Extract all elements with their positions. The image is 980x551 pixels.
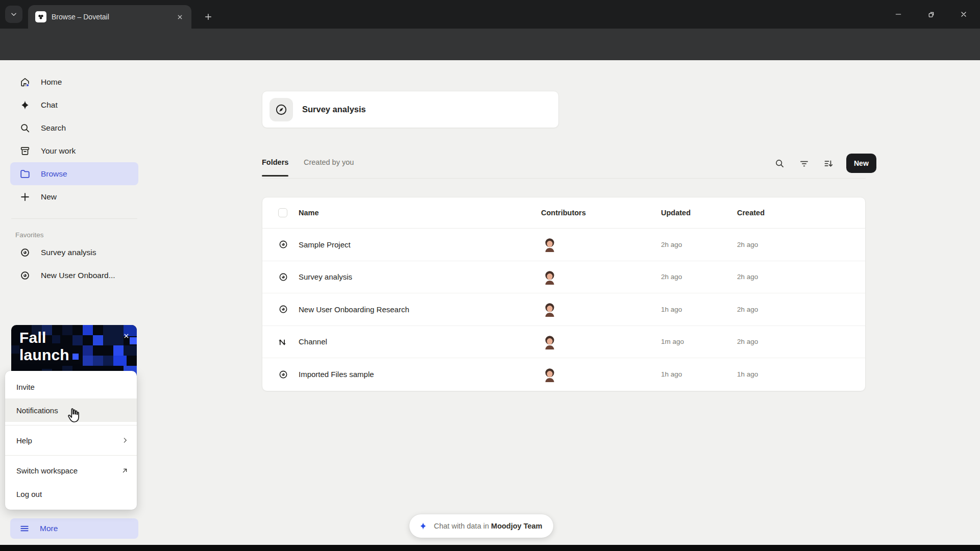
contributor-cell bbox=[534, 367, 654, 382]
select-all-checkbox[interactable] bbox=[278, 208, 287, 217]
chevron-right-icon bbox=[121, 437, 129, 444]
sidebar-item-new[interactable]: New bbox=[10, 185, 138, 208]
folders-table: Name Contributors Updated Created Sample… bbox=[262, 197, 866, 391]
row-name[interactable]: Channel bbox=[295, 337, 534, 346]
table-row[interactable]: Channel 1m ago 2h ago bbox=[262, 326, 865, 359]
plus-icon bbox=[19, 191, 31, 203]
workspace-name: Moodjoy Team bbox=[491, 522, 542, 530]
more-button[interactable]: More bbox=[10, 518, 138, 539]
chat-with-data-button[interactable]: Chat with data in Moodjoy Team bbox=[409, 514, 553, 538]
contributor-cell bbox=[534, 302, 654, 317]
table-row[interactable]: Survey analysis 2h ago 2h ago bbox=[262, 261, 865, 294]
minimize-button[interactable] bbox=[882, 0, 915, 29]
archive-box-icon bbox=[19, 145, 31, 157]
row-name[interactable]: New User Onboarding Research bbox=[295, 305, 534, 314]
bottom-edge-strip bbox=[0, 545, 980, 551]
tab-title: Browse – Dovetail bbox=[52, 13, 170, 21]
favorites-heading: Favorites bbox=[15, 231, 138, 239]
favorite-item-label: Survey analysis bbox=[41, 248, 96, 257]
arrow-up-right-icon bbox=[121, 467, 129, 474]
menu-item-label: Help bbox=[16, 436, 32, 445]
tab-close-icon[interactable] bbox=[175, 12, 184, 21]
channel-icon bbox=[278, 337, 288, 347]
menu-item-label: Notifications bbox=[16, 406, 58, 415]
sort-icon[interactable] bbox=[820, 155, 837, 172]
row-name[interactable]: Imported Files sample bbox=[295, 370, 534, 379]
row-name[interactable]: Survey analysis bbox=[295, 272, 534, 281]
tab-folders[interactable]: Folders bbox=[262, 158, 288, 166]
table-row[interactable]: Imported Files sample 1h ago 1h ago bbox=[262, 358, 865, 391]
updated-cell: 1h ago bbox=[654, 370, 730, 378]
sidebar-divider bbox=[11, 218, 137, 219]
compass-icon bbox=[270, 98, 293, 121]
filter-icon[interactable] bbox=[795, 155, 813, 172]
contributor-cell bbox=[534, 269, 654, 285]
updated-cell: 1m ago bbox=[654, 338, 730, 345]
column-header-contributors[interactable]: Contributors bbox=[534, 209, 654, 217]
row-name[interactable]: Sample Project bbox=[295, 240, 534, 249]
browser-tab-strip: Browse – Dovetail bbox=[0, 0, 980, 29]
sidebar-item-label: Your work bbox=[41, 146, 76, 156]
hamburger-icon bbox=[19, 523, 30, 534]
project-card-survey-analysis[interactable]: Survey analysis bbox=[262, 91, 559, 128]
contributor-avatar[interactable] bbox=[543, 367, 556, 382]
menu-divider bbox=[5, 425, 137, 425]
contributor-avatar[interactable] bbox=[543, 302, 556, 317]
sidebar-item-label: Home bbox=[41, 78, 62, 87]
table-header-row: Name Contributors Updated Created bbox=[262, 197, 865, 229]
favorite-item-survey-analysis[interactable]: Survey analysis bbox=[10, 241, 138, 264]
search-icon[interactable] bbox=[771, 155, 788, 172]
contributor-avatar[interactable] bbox=[543, 237, 556, 252]
sparkle-icon bbox=[419, 521, 428, 531]
table-row[interactable]: Sample Project 2h ago 2h ago bbox=[262, 229, 865, 261]
contributor-avatar[interactable] bbox=[543, 334, 556, 349]
project-icon bbox=[19, 270, 31, 281]
account-menu: Invite Notifications Help Switch workspa… bbox=[5, 371, 137, 510]
contributor-avatar[interactable] bbox=[543, 269, 556, 285]
project-icon bbox=[19, 247, 31, 258]
close-window-button[interactable] bbox=[947, 0, 980, 29]
favorite-item-new-user-onboarding[interactable]: New User Onboard... bbox=[10, 264, 138, 287]
sidebar-item-search[interactable]: Search bbox=[10, 116, 138, 139]
restore-button[interactable] bbox=[915, 0, 947, 29]
sidebar-item-label: Search bbox=[41, 123, 66, 133]
sidebar-item-your-work[interactable]: Your work bbox=[10, 139, 138, 162]
mouse-cursor bbox=[65, 407, 82, 425]
sidebar-item-label: Browse bbox=[41, 169, 67, 179]
new-tab-button[interactable] bbox=[200, 9, 216, 25]
updated-cell: 2h ago bbox=[654, 273, 730, 281]
column-header-updated[interactable]: Updated bbox=[654, 209, 730, 217]
created-cell: 2h ago bbox=[730, 241, 865, 248]
column-header-name[interactable]: Name bbox=[295, 209, 534, 217]
project-card-title: Survey analysis bbox=[302, 105, 366, 114]
column-header-created[interactable]: Created bbox=[730, 209, 865, 217]
menu-item-invite[interactable]: Invite bbox=[5, 375, 137, 398]
sidebar-item-browse[interactable]: Browse bbox=[10, 162, 138, 185]
new-folder-button[interactable]: New bbox=[846, 154, 876, 173]
sidebar: Home Chat Search Your work bbox=[0, 60, 148, 545]
banner-close-icon[interactable] bbox=[120, 330, 132, 341]
dovetail-app: Home Chat Search Your work bbox=[0, 60, 980, 545]
menu-item-switch-workspace[interactable]: Switch workspace bbox=[5, 459, 137, 482]
updated-cell: 2h ago bbox=[654, 241, 730, 248]
sidebar-item-home[interactable]: Home bbox=[10, 70, 138, 93]
search-icon bbox=[19, 122, 31, 134]
project-icon bbox=[278, 239, 288, 249]
tab-search-button[interactable] bbox=[5, 6, 22, 23]
menu-item-log-out[interactable]: Log out bbox=[5, 482, 137, 506]
sidebar-nav: Home Chat Search Your work bbox=[10, 70, 138, 287]
created-cell: 2h ago bbox=[730, 306, 865, 313]
chat-pill-label: Chat with data in Moodjoy Team bbox=[434, 522, 542, 530]
chevron-down-icon bbox=[10, 11, 17, 18]
tab-created-by-you[interactable]: Created by you bbox=[304, 158, 354, 166]
home-icon bbox=[19, 77, 31, 88]
folder-icon bbox=[19, 168, 31, 180]
sidebar-item-label: New bbox=[41, 192, 57, 202]
sparkle-icon bbox=[19, 99, 31, 111]
browser-tab[interactable]: Browse – Dovetail bbox=[28, 5, 191, 29]
created-cell: 2h ago bbox=[730, 273, 865, 281]
sidebar-item-chat[interactable]: Chat bbox=[10, 93, 138, 116]
menu-item-label: Switch workspace bbox=[16, 466, 78, 475]
table-row[interactable]: New User Onboarding Research 1h ago 2h a… bbox=[262, 293, 865, 326]
menu-item-help[interactable]: Help bbox=[5, 429, 137, 452]
